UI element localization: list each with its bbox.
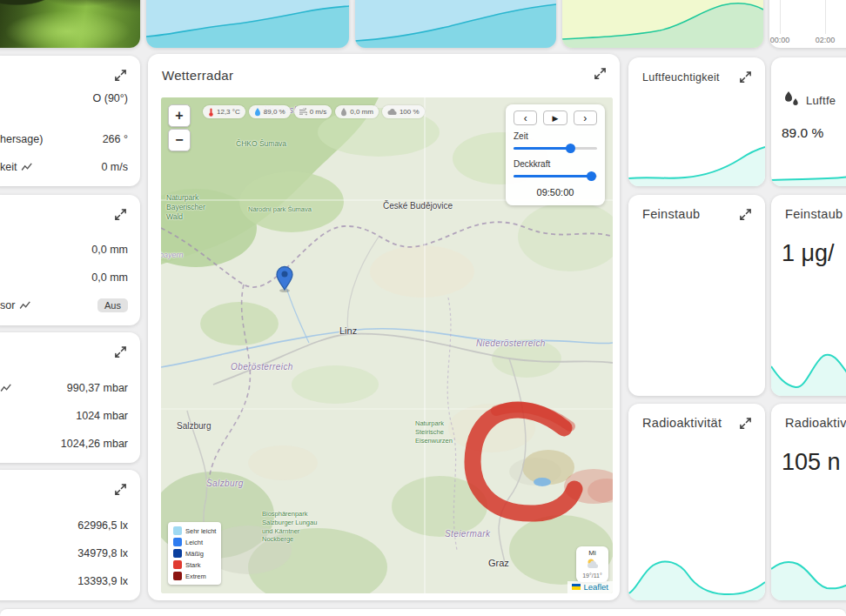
radiation-history-card[interactable]: Radioaktivität	[628, 404, 765, 600]
entity-row[interactable]: 62996,5 lx	[0, 517, 128, 534]
expand-icon[interactable]	[114, 69, 127, 82]
entity-value: 34979,8 lx	[77, 547, 128, 559]
top-chart-card-1[interactable]	[146, 0, 349, 48]
sparkline-chart	[771, 539, 846, 600]
opacity-slider-label: Deckkraft	[514, 159, 597, 169]
card-title: Luftfeuchtigkeit	[642, 71, 720, 84]
entity-row[interactable]: hersage) 266 °	[0, 131, 128, 148]
legend-swatch	[173, 526, 182, 535]
slider-fill	[514, 147, 570, 150]
time-slider[interactable]	[514, 143, 597, 153]
time-slider-label: Zeit	[514, 131, 597, 141]
expand-icon[interactable]	[739, 417, 752, 430]
legend-swatch	[173, 538, 182, 546]
time-tick: 00:00	[769, 36, 795, 44]
entity-row[interactable]: keit 0 m/s	[0, 158, 128, 176]
entity-label: hersage)	[0, 133, 43, 145]
chart-line-icon	[0, 383, 12, 393]
illuminance-card: 62996,5 lx 34979,8 lx 13393,9 lx	[0, 470, 140, 600]
legend-label: Leicht	[185, 539, 203, 546]
expand-icon[interactable]	[594, 67, 607, 80]
legend-item: Stark	[173, 560, 216, 569]
mini-forecast-widget[interactable]: Mi 19°/11°	[576, 546, 608, 582]
card-title: Feinstaub	[642, 207, 700, 221]
entity-value: 62996,5 lx	[77, 519, 128, 532]
radiation-value-card[interactable]: Radioaktiv 105 n	[771, 404, 846, 600]
stat-pill: 100 %	[382, 105, 425, 118]
cloud-icon	[387, 109, 397, 116]
entity-row[interactable]: 13393,9 lx	[0, 572, 128, 590]
stat-pill: 0,0 mm	[335, 105, 379, 118]
map-attribution: Leaflet	[567, 581, 613, 593]
entity-value: 266 °	[103, 133, 128, 145]
area-chart	[562, 0, 763, 48]
top-chart-card-3[interactable]	[562, 0, 763, 48]
sparkline-chart	[771, 138, 846, 186]
humidity-history-card[interactable]: Luftfeuchtigkeit	[628, 57, 765, 186]
ukraine-flag-icon	[572, 584, 581, 590]
expand-icon[interactable]	[114, 208, 127, 221]
stat-value: 0 m/s	[310, 108, 327, 116]
slider-thumb[interactable]	[587, 171, 596, 181]
top-chart-card-2[interactable]	[355, 0, 556, 48]
entity-row[interactable]: 1024 mbar	[0, 407, 128, 425]
state-badge[interactable]: Aus	[97, 298, 128, 312]
partly-cloudy-icon	[585, 558, 601, 569]
rain-card: 0,0 mm 0,0 mm sor Aus	[0, 195, 140, 325]
entity-row[interactable]: sor Aus	[0, 297, 128, 314]
dust-value-card[interactable]: Feinstaub 1 μg/	[771, 195, 846, 396]
radar-legend: Sehr leicht Leicht Mäßig Stark Extrem	[168, 522, 221, 585]
zoom-out-button[interactable]: −	[168, 129, 191, 151]
play-button[interactable]: ▶	[543, 110, 567, 125]
forecast-temps: 19°/11°	[578, 572, 607, 579]
slider-thumb[interactable]	[566, 144, 575, 153]
top-chart-card-4[interactable]: 00:00 02:00	[769, 0, 846, 48]
expand-icon[interactable]	[739, 208, 752, 221]
chart-line-icon	[21, 162, 33, 172]
stat-value: 0,0 mm	[350, 108, 373, 116]
card-title: Wetterradar	[162, 68, 233, 83]
camera-image	[0, 0, 140, 48]
area-chart	[355, 0, 556, 48]
legend-swatch	[173, 560, 182, 569]
leaflet-link[interactable]: Leaflet	[583, 582, 608, 592]
rain-icon	[340, 108, 347, 117]
sparkline-chart	[628, 138, 765, 186]
weather-radar-card: Wetterradar	[148, 54, 620, 600]
entity-label: keit	[0, 161, 17, 173]
expand-icon[interactable]	[114, 345, 127, 358]
legend-item: Extrem	[173, 572, 216, 580]
legend-label: Stark	[185, 561, 201, 569]
expand-icon[interactable]	[114, 483, 127, 496]
step-back-button[interactable]: ‹	[514, 110, 537, 125]
entity-value: 0,0 mm	[91, 244, 128, 256]
entity-row[interactable]: 34979,8 lx	[0, 545, 128, 562]
entity-row[interactable]: 1024,26 mbar	[0, 435, 128, 452]
humidity-icon	[254, 108, 261, 117]
entity-row[interactable]: 990,37 mbar	[0, 379, 128, 397]
card-title: Radioaktivität	[642, 416, 722, 430]
expand-icon[interactable]	[739, 70, 752, 84]
stat-pill: 0 m/s	[294, 105, 332, 118]
stat-value: 100 %	[400, 108, 420, 116]
humidity-value-card[interactable]: Luftfe 89.0 %	[771, 57, 846, 186]
camera-card[interactable]	[0, 0, 140, 48]
entity-row[interactable]: O (90°)	[0, 90, 128, 107]
sparkline-chart	[771, 344, 846, 396]
step-forward-button[interactable]: ›	[574, 110, 597, 125]
opacity-slider[interactable]	[514, 171, 597, 181]
sensor-value: 105 n	[782, 449, 841, 476]
card-title: Feinstaub	[785, 207, 843, 221]
entity-value: 0,0 mm	[91, 271, 128, 284]
radar-map[interactable]: Jihočeský ČHKO Šumava Národní park Šumav…	[161, 97, 613, 593]
entity-row[interactable]: 0,0 mm	[0, 269, 128, 286]
gridline	[825, 0, 826, 34]
legend-swatch	[173, 572, 182, 580]
zoom-in-button[interactable]: +	[168, 104, 191, 127]
entity-row[interactable]: 0,0 mm	[0, 241, 128, 258]
pressure-card: 990,37 mbar 1024 mbar 1024,26 mbar	[0, 332, 140, 463]
stat-value: 12,3 °C	[217, 108, 240, 116]
entity-value: 0 m/s	[101, 161, 128, 173]
weather-stats-bar: 12,3 °C 89,0 % 0 m/s 0,0 mm 100 %	[203, 105, 425, 118]
dust-history-card[interactable]: Feinstaub	[628, 195, 765, 396]
